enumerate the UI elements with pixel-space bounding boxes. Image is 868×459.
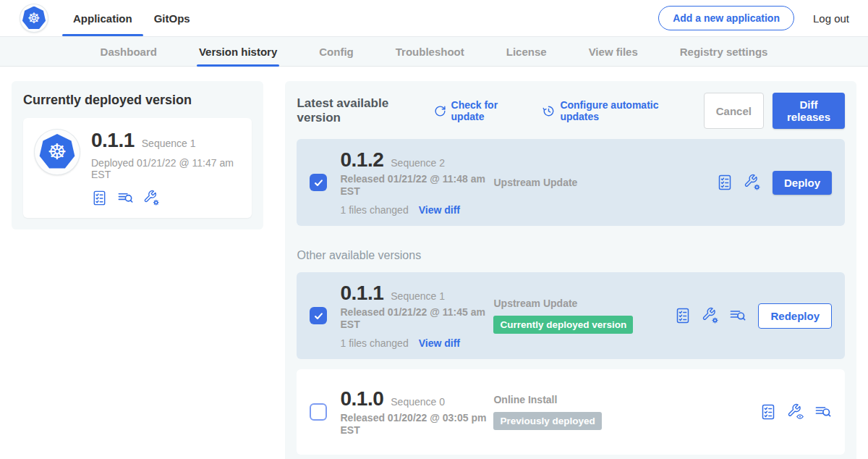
- tab-config-label: Config: [319, 46, 353, 58]
- sequence-label: Sequence 0: [391, 396, 445, 408]
- files-changed-label: 1 files changed: [340, 337, 408, 349]
- add-application-button[interactable]: Add a new application: [658, 6, 794, 30]
- tab-view-files-label: View files: [589, 46, 638, 58]
- check-for-update-label: Check for update: [451, 99, 524, 122]
- tab-troubleshoot[interactable]: Troubleshoot: [393, 37, 467, 66]
- currently-deployed-title: Currently deployed version: [23, 93, 252, 108]
- version-row: 0.1.1 Sequence 1 Released 01/21/22 @ 11:…: [297, 272, 845, 359]
- tab-license[interactable]: License: [504, 37, 549, 66]
- deploy-logs-icon[interactable]: [814, 403, 832, 421]
- version-actions: [760, 403, 832, 421]
- app-sub-nav: Dashboard Version history Config Trouble…: [0, 36, 868, 67]
- version-row: 0.1.2 Sequence 2 Released 01/21/22 @ 11:…: [297, 139, 845, 226]
- latest-version-title: Latest available version: [297, 96, 422, 125]
- kubernetes-heptagon: ☸: [39, 134, 75, 170]
- released-timestamp: Released 01/20/22 @ 03:05 pm EST: [340, 412, 493, 437]
- version-select-checkbox[interactable]: [310, 307, 327, 324]
- config-gear-icon[interactable]: [744, 174, 761, 191]
- files-changed-label: 1 files changed: [340, 204, 408, 216]
- tab-view-files[interactable]: View files: [587, 37, 640, 66]
- tab-gitops-label: GitOps: [154, 12, 190, 25]
- currently-deployed-badge: Currently deployed version: [493, 316, 633, 334]
- tab-registry-settings-label: Registry settings: [680, 46, 768, 58]
- logout-link[interactable]: Log out: [813, 12, 849, 25]
- source-label: Upstream Update: [493, 177, 674, 188]
- top-nav-right: Add a new application Log out: [658, 6, 849, 30]
- check-for-update-link[interactable]: Check for update: [434, 99, 524, 122]
- cancel-button[interactable]: Cancel: [704, 93, 764, 129]
- top-nav: ☸ Application GitOps Add a new applicati…: [0, 0, 868, 36]
- kubernetes-heptagon: ☸: [22, 7, 46, 30]
- app-icon: ☸: [35, 130, 80, 174]
- deployed-timestamp: Deployed 01/21/22 @ 11:47 am EST: [91, 157, 240, 180]
- version-number: 0.1.1: [340, 282, 383, 304]
- version-number: 0.1.2: [340, 149, 383, 171]
- tab-version-history[interactable]: Version history: [197, 37, 279, 66]
- tab-config[interactable]: Config: [317, 37, 355, 66]
- source-label: Online Install: [493, 394, 674, 405]
- view-diff-link[interactable]: View diff: [419, 204, 460, 216]
- released-timestamp: Released 01/21/22 @ 11:48 am EST: [340, 173, 493, 198]
- deployed-version-actions: [91, 190, 240, 206]
- version-actions: [716, 174, 761, 191]
- version-info: 0.1.1 Sequence 1 Released 01/21/22 @ 11:…: [340, 282, 493, 349]
- refresh-icon: [434, 105, 446, 117]
- tab-application-label: Application: [73, 12, 132, 25]
- tab-application[interactable]: Application: [62, 0, 143, 36]
- kubernetes-helm-wheel-icon: ☸: [27, 11, 41, 25]
- preflight-checks-icon[interactable]: [674, 307, 692, 324]
- tab-registry-settings[interactable]: Registry settings: [678, 37, 770, 66]
- version-select-checkbox[interactable]: [310, 403, 327, 421]
- preflight-checks-icon[interactable]: [91, 190, 108, 206]
- sequence-label: Sequence 2: [391, 157, 445, 169]
- source-label: Upstream Update: [493, 298, 674, 309]
- version-row: 0.1.0 Sequence 0 Released 01/20/22 @ 03:…: [297, 369, 845, 455]
- deploy-logs-icon[interactable]: [117, 190, 134, 206]
- diff-releases-button[interactable]: Diff releases: [773, 93, 845, 129]
- view-diff-link[interactable]: View diff: [419, 337, 460, 349]
- version-info: 0.1.0 Sequence 0 Released 01/20/22 @ 03:…: [340, 388, 493, 437]
- main-content: Currently deployed version ☸ 0.1.1 Seque…: [0, 67, 868, 459]
- tab-troubleshoot-label: Troubleshoot: [396, 46, 464, 58]
- preflight-checks-icon[interactable]: [716, 174, 733, 191]
- tab-gitops[interactable]: GitOps: [143, 0, 201, 36]
- version-info: 0.1.2 Sequence 2 Released 01/21/22 @ 11:…: [340, 149, 493, 216]
- tab-version-history-label: Version history: [199, 46, 277, 58]
- deploy-button[interactable]: Deploy: [773, 171, 832, 195]
- kubernetes-helm-wheel-icon: ☸: [48, 141, 67, 163]
- version-number: 0.1.0: [340, 388, 383, 410]
- check-icon: [313, 311, 324, 321]
- top-nav-tabs: Application GitOps: [62, 0, 201, 36]
- config-gear-icon[interactable]: [143, 190, 160, 206]
- version-source: Upstream Update Currently deployed versi…: [493, 298, 674, 334]
- released-timestamp: Released 01/21/22 @ 11:45 am EST: [340, 306, 493, 331]
- version-history-panel: Latest available version Check for updat…: [285, 81, 856, 459]
- config-gear-icon[interactable]: [702, 307, 719, 324]
- previously-deployed-badge: Previously deployed: [493, 412, 601, 430]
- configure-automatic-updates-link[interactable]: Configure automatic updates: [542, 99, 684, 122]
- latest-version-header: Latest available version Check for updat…: [297, 93, 845, 129]
- redeploy-button[interactable]: Redeploy: [758, 303, 832, 329]
- version-source: Upstream Update: [493, 177, 674, 188]
- sequence-label: Sequence 1: [391, 290, 445, 302]
- tab-license-label: License: [506, 46, 547, 58]
- diff-actions: Cancel Diff releases: [704, 93, 845, 129]
- version-actions: [674, 307, 746, 324]
- config-view-icon[interactable]: [787, 403, 804, 421]
- app-logo: ☸: [20, 4, 48, 32]
- schedule-icon: [542, 105, 555, 117]
- deployed-version-info: 0.1.1 Sequence 1 Deployed 01/21/22 @ 11:…: [91, 130, 240, 206]
- check-icon: [313, 177, 324, 188]
- configure-updates-label: Configure automatic updates: [560, 99, 684, 122]
- deploy-logs-icon[interactable]: [729, 307, 746, 324]
- version-source: Online Install Previously deployed: [493, 394, 674, 430]
- deployed-version-card: ☸ 0.1.1 Sequence 1 Deployed 01/21/22 @ 1…: [23, 118, 252, 218]
- tab-dashboard[interactable]: Dashboard: [98, 37, 159, 66]
- currently-deployed-panel: Currently deployed version ☸ 0.1.1 Seque…: [12, 81, 263, 230]
- deployed-version-number: 0.1.1: [91, 130, 135, 151]
- preflight-checks-icon[interactable]: [760, 403, 777, 421]
- deployed-sequence-label: Sequence 1: [142, 138, 196, 149]
- other-versions-title: Other available versions: [297, 249, 845, 262]
- tab-dashboard-label: Dashboard: [101, 46, 157, 58]
- version-select-checkbox[interactable]: [310, 174, 327, 191]
